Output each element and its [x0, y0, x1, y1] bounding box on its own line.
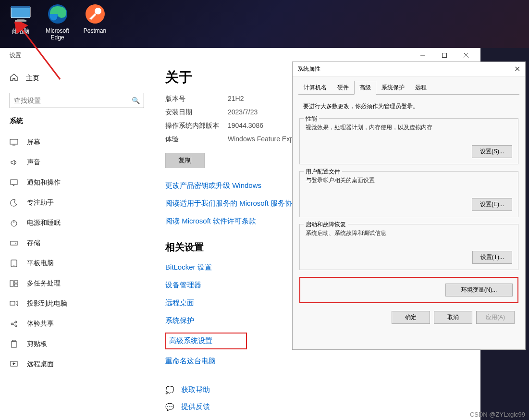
nav-clipboard[interactable]: 剪贴板 — [10, 334, 144, 354]
svg-rect-12 — [10, 139, 18, 144]
user-profile-group: 用户配置文件 与登录帐户相关的桌面设置 设置(E)... — [299, 171, 518, 217]
tab-system-protection[interactable]: 系统保护 — [376, 81, 410, 95]
close-button[interactable] — [455, 48, 477, 62]
search-icon: 🔍 — [132, 97, 140, 104]
window-controls — [412, 48, 477, 62]
home-label: 主页 — [26, 74, 39, 83]
desktop-icon-label: Postman — [77, 27, 113, 34]
spec-build-label: 操作系统内部版本 — [165, 122, 228, 130]
nav-notifications[interactable]: 通知和操作 — [10, 173, 144, 193]
cancel-button[interactable]: 取消 — [434, 311, 472, 324]
spec-version-label: 版本号 — [165, 95, 228, 103]
postman-icon — [84, 2, 107, 25]
user-profile-settings-button[interactable]: 设置(E)... — [472, 198, 512, 211]
spec-install-value: 2023/7/23 — [228, 108, 258, 117]
clipboard-icon — [10, 340, 18, 348]
display-icon — [10, 138, 18, 147]
nav-display[interactable]: 屏幕 — [10, 132, 144, 152]
svg-rect-9 — [442, 53, 446, 58]
svg-rect-30 — [12, 341, 16, 347]
admin-note: 要进行大多数更改，你必须作为管理员登录。 — [298, 95, 519, 115]
tab-computer-name[interactable]: 计算机名 — [298, 81, 332, 95]
desktop-background: 此电脑 Microsoft Edge Postman — [0, 0, 529, 48]
nav-share[interactable]: 体验共享 — [10, 314, 144, 334]
tab-remote[interactable]: 远程 — [410, 81, 432, 95]
apply-button[interactable]: 应用(A) — [476, 311, 515, 324]
performance-settings-button[interactable]: 设置(S)... — [472, 145, 512, 158]
minimize-button[interactable] — [412, 48, 433, 62]
ok-button[interactable]: 确定 — [392, 311, 430, 324]
svg-rect-14 — [11, 180, 17, 185]
nav-tablet[interactable]: 平板电脑 — [10, 253, 144, 273]
svg-rect-24 — [10, 301, 15, 305]
tab-hardware[interactable]: 硬件 — [332, 81, 354, 95]
svg-rect-21 — [10, 281, 13, 286]
startup-recovery-group: 启动和故障恢复 系统启动、系统故障和调试信息 设置(T)... — [299, 224, 518, 270]
window-title: 设置 — [4, 51, 21, 60]
environment-variables-button[interactable]: 环境变量(N)... — [445, 284, 513, 296]
help-icon: 💭 — [165, 386, 174, 395]
spec-exp-label: 体验 — [165, 135, 228, 144]
nav-storage[interactable]: 存储 — [10, 233, 144, 253]
desktop-icon-label: 此电脑 — [2, 27, 38, 36]
edge-icon — [46, 2, 69, 25]
storage-icon — [10, 239, 18, 247]
copy-button[interactable]: 复制 — [165, 153, 205, 168]
desktop-icon-label: Microsoft Edge — [39, 27, 75, 41]
dialog-footer: 确定 取消 应用(A) — [298, 309, 519, 330]
annotation-highlight-advanced: 高级系统设置 — [165, 333, 247, 349]
nav-power[interactable]: 电源和睡眠 — [10, 213, 144, 233]
tablet-icon — [10, 259, 18, 268]
moon-icon — [10, 198, 18, 207]
link-get-help[interactable]: 💭获取帮助 — [165, 382, 469, 398]
svg-rect-3 — [15, 20, 26, 22]
titlebar: 设置 — [0, 48, 480, 62]
user-profile-desc: 与登录帐户相关的桌面设置 — [306, 176, 512, 185]
svg-point-6 — [95, 8, 101, 14]
svg-point-26 — [15, 321, 17, 323]
spec-version-value: 21H2 — [228, 95, 244, 103]
maximize-button[interactable] — [433, 48, 455, 62]
spec-install-label: 安装日期 — [165, 108, 228, 117]
pc-icon — [9, 2, 32, 25]
desktop-icon-edge[interactable]: Microsoft Edge — [39, 2, 75, 41]
search-input[interactable]: 🔍 — [10, 93, 144, 108]
power-icon — [10, 219, 18, 227]
search-field[interactable] — [14, 97, 132, 104]
home-button[interactable]: 主页 — [10, 68, 144, 88]
svg-rect-23 — [14, 284, 18, 286]
link-rename-pc[interactable]: 重命名这台电脑 — [165, 352, 469, 370]
svg-line-29 — [13, 324, 15, 325]
tab-advanced[interactable]: 高级 — [354, 81, 376, 95]
nav-multitask[interactable]: 多任务处理 — [10, 273, 144, 294]
nav-project[interactable]: 投影到此电脑 — [10, 294, 144, 314]
svg-point-25 — [11, 323, 13, 325]
link-feedback[interactable]: 💬提供反馈 — [165, 398, 469, 415]
svg-point-18 — [15, 243, 16, 244]
section-label: 系统 — [10, 117, 144, 125]
multitask-icon — [10, 279, 18, 288]
desktop-icon-postman[interactable]: Postman — [77, 2, 113, 34]
performance-group: 性能 视觉效果，处理器计划，内存使用，以及虚拟内存 设置(S)... — [299, 118, 518, 164]
startup-legend: 启动和故障恢复 — [304, 221, 348, 229]
nav-sound[interactable]: 声音 — [10, 152, 144, 173]
startup-desc: 系统启动、系统故障和调试信息 — [306, 229, 512, 237]
nav-focus[interactable]: 专注助手 — [10, 193, 144, 213]
svg-rect-22 — [14, 281, 18, 283]
system-properties-dialog: 系统属性 ✕ 计算机名 硬件 高级 系统保护 远程 要进行大多数更改，你必须作为… — [292, 62, 526, 350]
annotation-highlight-env: 环境变量(N)... — [299, 277, 518, 303]
performance-legend: 性能 — [304, 115, 319, 123]
svg-point-27 — [15, 325, 17, 327]
svg-rect-1 — [11, 6, 30, 8]
desktop-icon-this-pc[interactable]: 此电脑 — [2, 2, 38, 36]
link-advanced-system[interactable]: 高级系统设置 — [169, 334, 212, 347]
sound-icon — [10, 158, 18, 167]
dialog-title-text: 系统属性 — [297, 65, 320, 73]
nav-remote[interactable]: 远程桌面 — [10, 354, 144, 374]
svg-rect-2 — [17, 19, 25, 20]
user-profile-legend: 用户配置文件 — [304, 168, 342, 176]
dialog-close-button[interactable]: ✕ — [514, 64, 520, 74]
svg-line-28 — [13, 322, 15, 323]
watermark: CSDN @ZYLxglc99 — [470, 411, 525, 418]
startup-settings-button[interactable]: 设置(T)... — [472, 251, 512, 264]
